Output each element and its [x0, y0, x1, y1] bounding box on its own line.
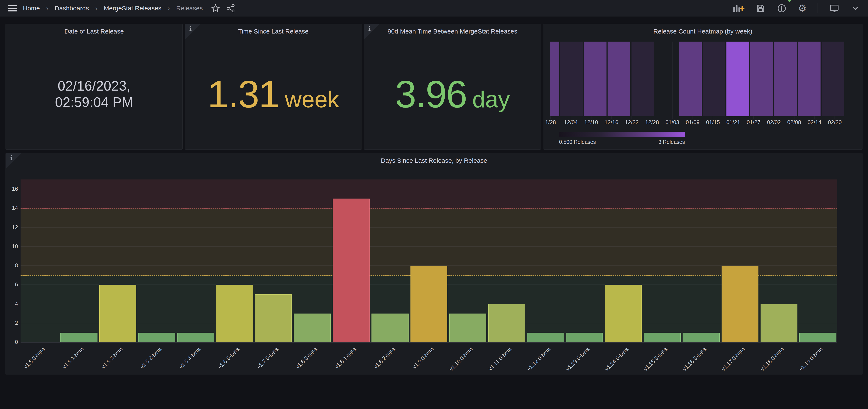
- panel-release-count-heatmap: Release Count Heatmap (by week) 1/2812/0…: [543, 24, 863, 150]
- breadcrumb-mergestat-releases[interactable]: MergeStat Releases: [104, 5, 161, 12]
- heatmap-x-tick-label: 02/20: [820, 119, 849, 125]
- heatmap-legend-gradient: [559, 132, 685, 137]
- y-gridline: [21, 246, 837, 247]
- x-axis-category-label: v1.7.0-beta: [241, 346, 280, 375]
- x-axis-category-label: v1.12.0-beta: [513, 346, 552, 375]
- bar[interactable]: [527, 333, 564, 342]
- x-axis-category-label: v1.17.0-beta: [707, 346, 747, 375]
- info-icon: i: [189, 25, 192, 33]
- bar[interactable]: [488, 304, 525, 342]
- x-axis-category-label: v1.14.0-beta: [591, 346, 630, 375]
- y-gridline: [21, 227, 837, 228]
- x-axis-category-label: v1.5.0-beta: [7, 346, 46, 375]
- x-axis-category-label: v1.5.2-beta: [85, 346, 124, 375]
- breadcrumb-separator: ›: [167, 5, 170, 12]
- bar-chart-plot: 0246810121416v1.5.0-betav1.5.1-betav1.5.…: [6, 153, 862, 375]
- cycle-view-icon[interactable]: [829, 3, 840, 13]
- y-axis-tick-label: 4: [6, 301, 18, 307]
- x-axis-category-label: v1.19.0-beta: [785, 346, 824, 375]
- x-axis-category-label: v1.18.0-beta: [746, 346, 785, 375]
- panel-90d-mean-time-between-releases: i 90d Mean Time Between MergeStat Releas…: [364, 24, 541, 150]
- breadcrumb-separator: ›: [46, 5, 49, 12]
- heatmap-cell[interactable]: [774, 41, 797, 116]
- stat-value: 3.96day: [395, 72, 510, 116]
- heatmap-cell[interactable]: [679, 41, 702, 116]
- bar[interactable]: [721, 266, 758, 342]
- bar[interactable]: [294, 314, 331, 342]
- y-gridline: [21, 189, 837, 189]
- toolbar-divider: [817, 3, 818, 13]
- bar[interactable]: [644, 333, 681, 342]
- x-axis-category-label: v1.5.4-beta: [163, 346, 202, 375]
- share-icon[interactable]: [226, 4, 236, 13]
- heatmap-cell[interactable]: [550, 41, 559, 116]
- bar[interactable]: [410, 266, 447, 342]
- x-axis-category-label: v1.11.0-beta: [474, 346, 513, 375]
- save-dashboard-icon[interactable]: [755, 3, 766, 13]
- panel-title[interactable]: Date of Last Release: [19, 28, 170, 35]
- bar[interactable]: [683, 333, 720, 342]
- x-axis-category-label: v1.16.0-beta: [669, 346, 708, 375]
- bar[interactable]: [605, 285, 642, 342]
- add-panel-icon[interactable]: [733, 3, 744, 13]
- threshold-line: [21, 208, 837, 208]
- heatmap-cell[interactable]: [726, 41, 749, 116]
- heatmap-cell[interactable]: [750, 41, 773, 116]
- breadcrumb-home[interactable]: Home: [23, 5, 40, 12]
- heatmap-gridline: [672, 41, 673, 119]
- heatmap-legend-max-label: 3 Releases: [636, 139, 685, 145]
- bar[interactable]: [449, 314, 486, 342]
- heatmap-cell[interactable]: [584, 41, 607, 116]
- panel-title[interactable]: 90d Mean Time Between MergeStat Releases: [377, 28, 528, 35]
- bar[interactable]: [216, 285, 253, 342]
- heatmap-cell[interactable]: [608, 41, 630, 116]
- heatmap-cell[interactable]: [798, 41, 820, 116]
- panel-days-since-last-release: i Days Since Last Release, by Release 02…: [5, 153, 863, 375]
- menu-icon[interactable]: [8, 5, 17, 11]
- bar[interactable]: [761, 304, 798, 342]
- x-axis-category-label: v1.8.0-beta: [280, 346, 319, 375]
- heatmap-plot: 1/2812/0412/1012/1612/2212/2801/0301/090…: [544, 24, 862, 149]
- dashboard-settings-icon[interactable]: ⚙: [798, 3, 807, 13]
- y-axis-tick-label: 8: [6, 262, 18, 269]
- x-axis-category-label: v1.8.2-beta: [357, 346, 397, 375]
- bar[interactable]: [255, 294, 292, 342]
- x-axis-category-label: v1.5.3-beta: [124, 346, 163, 375]
- bar[interactable]: [138, 333, 175, 342]
- panel-time-since-last-release: i Time Since Last Release 1.31week: [185, 24, 362, 150]
- x-axis-category-label: v1.5.1-beta: [46, 346, 85, 375]
- bar[interactable]: [333, 199, 370, 342]
- dashboard-insights-icon[interactable]: [777, 3, 787, 13]
- heatmap-cell[interactable]: [822, 41, 844, 116]
- bar[interactable]: [566, 333, 603, 342]
- threshold-band: [21, 208, 837, 275]
- threshold-band: [21, 179, 837, 208]
- x-axis-category-label: v1.6.0-beta: [202, 346, 241, 375]
- heatmap-cell[interactable]: [631, 41, 654, 116]
- heatmap-cell[interactable]: [703, 41, 725, 116]
- breadcrumb-dashboards[interactable]: Dashboards: [55, 5, 89, 12]
- top-nav: Home › Dashboards › MergeStat Releases ›…: [0, 0, 868, 17]
- stat-value: 1.31week: [208, 72, 339, 116]
- x-axis-category-label: v1.15.0-beta: [629, 346, 669, 375]
- chevron-down-icon[interactable]: [850, 4, 860, 13]
- panel-title[interactable]: Time Since Last Release: [198, 28, 349, 35]
- bar[interactable]: [60, 333, 97, 342]
- x-axis-category-label: v1.8.1-beta: [318, 346, 358, 375]
- bar[interactable]: [99, 285, 136, 342]
- bar[interactable]: [177, 333, 214, 342]
- bar[interactable]: [799, 333, 836, 342]
- y-axis-tick-label: 2: [6, 320, 18, 326]
- y-axis-tick-label: 14: [6, 205, 18, 211]
- online-indicator-dot: [788, 0, 791, 2]
- breadcrumb-separator: ›: [95, 5, 98, 12]
- x-axis-category-label: v1.10.0-beta: [435, 346, 474, 375]
- bar[interactable]: [371, 314, 409, 342]
- panel-date-of-last-release: Date of Last Release 02/16/2023, 02:59:0…: [5, 24, 183, 150]
- y-axis-tick-label: 6: [6, 281, 18, 288]
- x-axis-category-label: v1.9.0-beta: [396, 346, 435, 375]
- y-axis-tick-label: 16: [6, 186, 18, 192]
- favorite-star-icon[interactable]: [211, 4, 220, 13]
- heatmap-cell[interactable]: [560, 41, 583, 116]
- breadcrumb-current-releases: Releases: [176, 5, 203, 12]
